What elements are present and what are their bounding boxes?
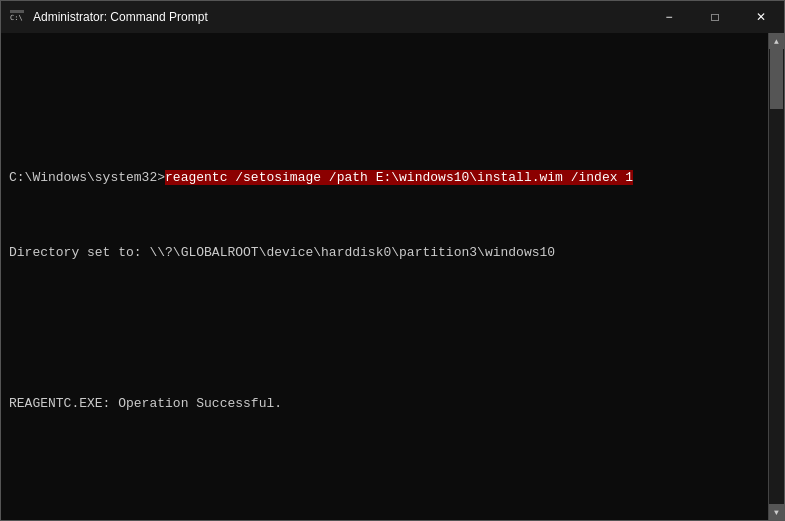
terminal-line-blank1 [9, 94, 760, 113]
scroll-down-button[interactable]: ▼ [769, 504, 785, 520]
window-controls: − □ ✕ [646, 1, 784, 33]
terminal-line-blank2 [9, 320, 760, 339]
terminal-content[interactable]: C:\Windows\system32>reagentc /setosimage… [1, 33, 768, 520]
close-button[interactable]: ✕ [738, 1, 784, 33]
terminal-body: C:\Windows\system32>reagentc /setosimage… [1, 33, 784, 520]
window-icon: C:\ [9, 9, 25, 25]
highlighted-command: reagentc /setosimage /path E:\windows10\… [165, 170, 633, 185]
terminal-line-blank3 [9, 470, 760, 489]
scrollbar[interactable]: ▲ ▼ [768, 33, 784, 520]
title-bar: C:\ Administrator: Command Prompt − □ ✕ [1, 1, 784, 33]
svg-rect-1 [10, 10, 24, 13]
scrollbar-thumb[interactable] [770, 49, 783, 109]
command-prompt-window: C:\ Administrator: Command Prompt − □ ✕ … [0, 0, 785, 521]
prompt1: C:\Windows\system32> [9, 170, 165, 185]
svg-text:C:\: C:\ [10, 14, 23, 22]
minimize-button[interactable]: − [646, 1, 692, 33]
scrollbar-track-area [769, 49, 784, 504]
terminal-line-cmd1: C:\Windows\system32>reagentc /setosimage… [9, 169, 760, 188]
maximize-button[interactable]: □ [692, 1, 738, 33]
terminal-line-success1: REAGENTC.EXE: Operation Successful. [9, 395, 760, 414]
terminal-line-directory: Directory set to: \\?\GLOBALROOT\device\… [9, 244, 760, 263]
scroll-up-button[interactable]: ▲ [769, 33, 785, 49]
